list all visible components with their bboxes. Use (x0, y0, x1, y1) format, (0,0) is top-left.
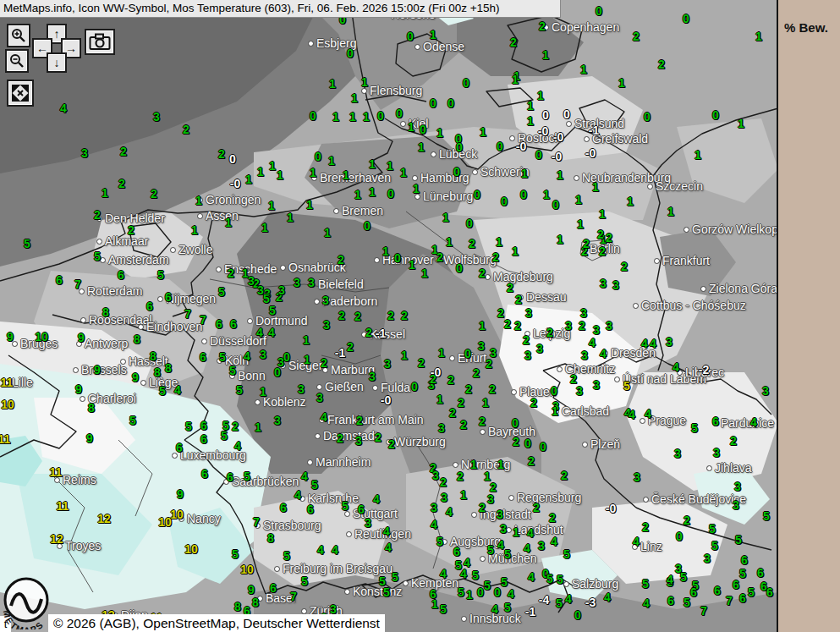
openstreetmap-link[interactable]: OpenStreetMap (143, 616, 235, 630)
temp-value: 6 (176, 441, 183, 454)
temp-value: 7 (700, 604, 707, 618)
temp-value: 5 (709, 522, 716, 536)
temp-value: 1 (195, 194, 202, 207)
temp-value: 3 (536, 342, 543, 355)
temp-value: 0 (464, 347, 471, 360)
temp-value: 0 (456, 140, 463, 154)
temp-value: 8 (234, 600, 241, 613)
pan-down-button[interactable]: ↓ (47, 52, 67, 73)
copyright-prefix: © 2026 (53, 616, 100, 630)
city-marker-icon (274, 566, 280, 572)
temp-value: 8 (154, 365, 161, 379)
map-canvas[interactable]: HorsensEsbjergOdenseCopenhagenFlensburgK… (0, 0, 778, 632)
temp-value: 7 (253, 515, 260, 529)
temp-value: 8 (165, 361, 172, 375)
temp-value: 4 (497, 538, 504, 552)
temp-value: 4 (524, 541, 530, 555)
temp-value: -0 (516, 140, 526, 153)
temp-value: 1 (343, 168, 349, 182)
temp-value: 3 (294, 276, 300, 289)
temp-value: 4 (294, 488, 301, 502)
temp-value: 3 (593, 323, 600, 337)
scale-bar (778, 0, 840, 632)
temp-value: 1 (438, 346, 445, 360)
temp-value: 0 (540, 440, 546, 453)
temp-value: 4 (317, 543, 324, 557)
temp-value: 5 (159, 384, 166, 398)
temp-value: 1 (332, 110, 339, 124)
temp-value: 5 (263, 292, 270, 305)
temp-value: 3 (704, 552, 711, 565)
temp-value: -0 (553, 130, 563, 144)
temp-value: 2 (388, 437, 395, 451)
temp-value: 2 (449, 406, 456, 420)
temp-value: 6 (667, 594, 674, 607)
city-marker-icon (647, 184, 653, 190)
temp-value: 2 (533, 501, 540, 514)
temp-value: 0 (453, 165, 460, 179)
zoom-in-button[interactable] (7, 24, 30, 47)
temp-value: 1 (304, 353, 310, 366)
fullscreen-button[interactable] (7, 80, 34, 107)
temp-value: 2 (497, 306, 504, 320)
temp-value: 2 (460, 418, 467, 431)
temp-value: 3 (322, 294, 329, 307)
screenshot-button[interactable] (85, 29, 115, 55)
temp-value: 0 (387, 187, 394, 201)
temp-value: 4 (673, 360, 679, 374)
temp-value: 1 (436, 126, 443, 140)
temp-value: 1 (268, 199, 275, 212)
temp-value: 0 (315, 150, 321, 163)
temp-value: 3 (432, 469, 439, 482)
zoom-out-button[interactable] (5, 49, 29, 73)
temp-value: 5 (472, 569, 479, 582)
temp-value: 10 (158, 515, 172, 529)
temp-value: 5 (563, 547, 570, 561)
expand-arrows-icon (12, 85, 29, 102)
city-label: Cottbus - Chóśebuz (633, 299, 746, 312)
city-marker-icon (216, 267, 222, 272)
temp-value: 6 (146, 300, 153, 313)
temp-value: 1 (667, 205, 674, 218)
temp-value: 1 (269, 159, 276, 173)
city-label: Frankfurt am Main (319, 413, 424, 426)
temp-value: 2 (457, 470, 464, 483)
temp-value: -3 (585, 596, 596, 609)
temp-value: 0 (512, 416, 519, 430)
temp-value: 5 (392, 570, 398, 584)
temp-value: 2 (642, 520, 649, 534)
temp-value: 4 (589, 336, 596, 349)
temp-value: 5 (623, 379, 630, 393)
temp-value: 0 (310, 109, 316, 123)
city-marker-icon (374, 257, 380, 263)
city-marker-icon (344, 589, 350, 595)
temp-value: 5 (232, 547, 239, 561)
temp-value: 1 (225, 216, 232, 229)
temp-value: 2 (633, 30, 640, 43)
temp-value: 5 (94, 250, 101, 263)
temp-value: 1 (287, 211, 294, 224)
temp-value: 2 (514, 319, 521, 332)
temp-value: 0 (466, 217, 473, 230)
temp-value: 6 (739, 591, 746, 605)
weather-map-app: HorsensEsbjergOdenseCopenhagenFlensburgK… (0, 0, 840, 632)
temp-value: 5 (642, 577, 649, 591)
temp-value: 11 (1, 376, 14, 389)
temp-value: 3 (674, 447, 681, 460)
temp-value: 1 (418, 140, 425, 154)
temp-value: -1 (525, 605, 535, 618)
temp-value: 2 (128, 223, 135, 237)
temp-value: 1 (255, 420, 261, 434)
temp-value: 0 (683, 12, 689, 25)
temp-value: 5 (383, 585, 390, 599)
agb-link[interactable]: (AGB) (100, 616, 136, 630)
city-label: Regensburg (508, 491, 581, 504)
temp-value: 5 (342, 499, 349, 513)
temp-value: 3 (81, 146, 88, 160)
temp-value: 0 (364, 219, 371, 233)
temp-value: 9 (177, 487, 184, 501)
copyright-suffix: , Deutscher Wetterdienst (236, 616, 380, 630)
temp-value: 1 (361, 75, 368, 89)
temp-value: 5 (680, 570, 687, 584)
temp-value: -0 (230, 177, 240, 190)
